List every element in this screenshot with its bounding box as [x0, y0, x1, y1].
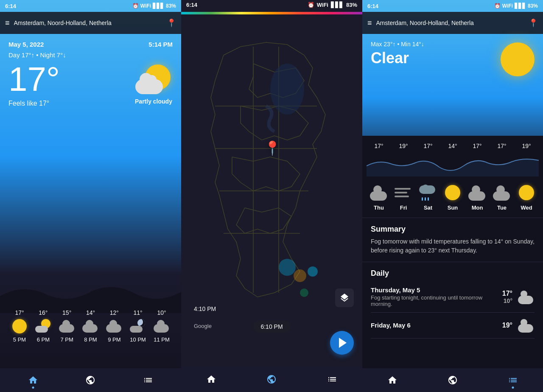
daily-icon-thu [518, 289, 535, 305]
map-nav-home[interactable] [203, 371, 220, 388]
nav-list-1[interactable] [140, 372, 157, 389]
partly-icon-1 [35, 319, 51, 333]
svg-point-10 [308, 266, 318, 277]
forecast-nav-list[interactable] [504, 372, 521, 389]
forecast-nav-home[interactable] [384, 372, 401, 389]
forecast-location: Amsterdam, Noord-Holland, Netherla [376, 20, 524, 26]
day-tue: Tue [491, 204, 513, 211]
forecast-nav-globe[interactable] [444, 372, 461, 389]
hour-label-6: 11 PM [151, 336, 173, 343]
cloud-bump-tue [496, 185, 505, 194]
partly-cloudy-icon [134, 62, 173, 96]
bottom-nav-1 [0, 368, 181, 392]
partly-cloud-daily-fri [518, 318, 534, 333]
cloudy-icon-3 [82, 320, 98, 333]
weekly-temp-4: 17° [466, 143, 488, 149]
svg-point-8 [279, 259, 296, 276]
cloud-part-5 [130, 326, 143, 333]
temp-high-thu: 17° [502, 290, 512, 297]
temp-high-fri: 19° [502, 322, 512, 329]
map-nav-globe[interactable] [263, 371, 280, 388]
weather-panel: 6:14 ⏰ WiFi ▋▋▋ 83% ≡ Amsterdam, Noord-H… [0, 0, 181, 392]
weekly-days-row: Thu Fri Sat Sun Mon Tue Wed [367, 204, 539, 214]
map-time-center: 6:10 PM [253, 321, 290, 333]
cloud-top-6 [157, 320, 165, 328]
weekly-temp-6: 19° [515, 143, 537, 149]
svg-point-7 [270, 64, 304, 115]
daily-temp-thu: 17° 10° [502, 290, 512, 304]
date-time-row: May 5, 2022 5:14 PM [8, 41, 173, 48]
cloud-part [135, 79, 163, 94]
map-nav-list[interactable] [324, 371, 341, 388]
svg-point-9 [294, 269, 306, 282]
hourly-section: 17° 16° 15° 14° 12° 11° 10° [0, 309, 181, 343]
drop-3 [428, 197, 429, 201]
wave-divider [0, 279, 181, 313]
cloudy-icon-6 [154, 320, 170, 333]
forecast-pin-icon[interactable]: 📍 [529, 18, 538, 28]
daily-info-fri: Friday, May 6 [371, 322, 502, 330]
map-battery-text: 83% [346, 2, 357, 8]
forecast-hamburger-icon[interactable]: ≡ [367, 19, 372, 28]
map-layers-button[interactable] [335, 288, 354, 307]
forecast-nav-active-dot [512, 386, 514, 389]
weekly-icon-thu [368, 183, 390, 202]
cloudy-icon-2 [59, 320, 75, 333]
hourly-temp-6: 10° [151, 309, 173, 316]
cloud-bump-d-fri [521, 319, 527, 326]
weather-date: May 5, 2022 [8, 41, 44, 48]
radar-color-bar [181, 12, 362, 14]
hourly-labels: 5 PM 6 PM 7 PM 8 PM 9 PM 10 PM 11 PM [4, 336, 177, 343]
hour-label-0: 5 PM [8, 336, 31, 343]
rain-drops-sat [422, 197, 429, 201]
hamburger-icon[interactable]: ≡ [5, 19, 10, 28]
map-panel: 6:14 ⏰ WiFi ▋▋▋ 83% [181, 0, 362, 392]
map-play-button[interactable] [330, 331, 354, 355]
daily-title: Daily [371, 269, 535, 278]
weather-main: May 5, 2022 5:14 PM Day 17°↑ • Night 7°↓… [0, 34, 181, 368]
play-triangle-icon [339, 338, 347, 348]
day-sun: Sun [442, 204, 464, 211]
cloud-d-fri [518, 324, 533, 333]
day-thu: Thu [368, 204, 390, 211]
weekly-icon-sat [417, 183, 439, 202]
hourly-icon-2 [56, 318, 78, 335]
partly-cloud-daily-thu [518, 290, 534, 304]
status-time-1: 6:14 [5, 3, 16, 9]
weekly-icon-fri [392, 183, 414, 202]
location-pin-icon[interactable]: 📍 [167, 18, 176, 28]
weekly-chart: 17° 19° 17° 14° 17° 17° 19° [362, 136, 543, 218]
cloudy-icon-4 [106, 320, 122, 333]
battery-icon-3: 83% [528, 3, 538, 9]
hour-label-2: 7 PM [56, 336, 78, 343]
fog-line-2 [395, 192, 407, 193]
status-bar-1: 6:14 ⏰ WiFi ▋▋▋ 83% [0, 0, 181, 12]
map-status-bar: 6:14 ⏰ WiFi ▋▋▋ 83% [181, 0, 362, 10]
map-pin[interactable]: 📍 [264, 140, 281, 156]
hourly-temp-3: 14° [79, 309, 101, 316]
alarm-icon: ⏰ [132, 3, 139, 9]
summary-title: Summary [371, 225, 535, 234]
map-wifi-icon: WiFi [317, 2, 328, 8]
daily-temp-fri: 19° [502, 322, 512, 329]
daily-icon-fri [518, 318, 535, 333]
nav-active-dot [32, 386, 34, 389]
nav-globe-1[interactable] [82, 372, 99, 389]
weekly-icon-tue [491, 183, 513, 202]
weekly-temp-5: 17° [491, 143, 513, 149]
hourly-icons [4, 318, 177, 335]
svg-point-11 [300, 288, 308, 297]
condition-icon-group: Partly cloudy [134, 62, 173, 105]
hourly-temps: 17° 16° 15° 14° 12° 11° 10° [4, 309, 177, 316]
hourly-icon-6 [151, 318, 173, 335]
map-time-left: 4:10 PM [194, 305, 216, 312]
fog-line-1 [395, 188, 411, 190]
status-bar-3: 6:14 ⏰ WiFi ▋▋▋ 83% [362, 0, 543, 12]
nav-home-1[interactable] [25, 372, 42, 389]
hourly-icon-5 [127, 318, 149, 335]
location-text: Amsterdam, Noord-Holland, Netherla [14, 20, 162, 26]
condition-label: Partly cloudy [135, 98, 172, 105]
temp-feels-group: 17° Feels like 17° [8, 62, 60, 107]
hour-label-4: 9 PM [103, 336, 125, 343]
cloud-top-2 [62, 320, 70, 328]
